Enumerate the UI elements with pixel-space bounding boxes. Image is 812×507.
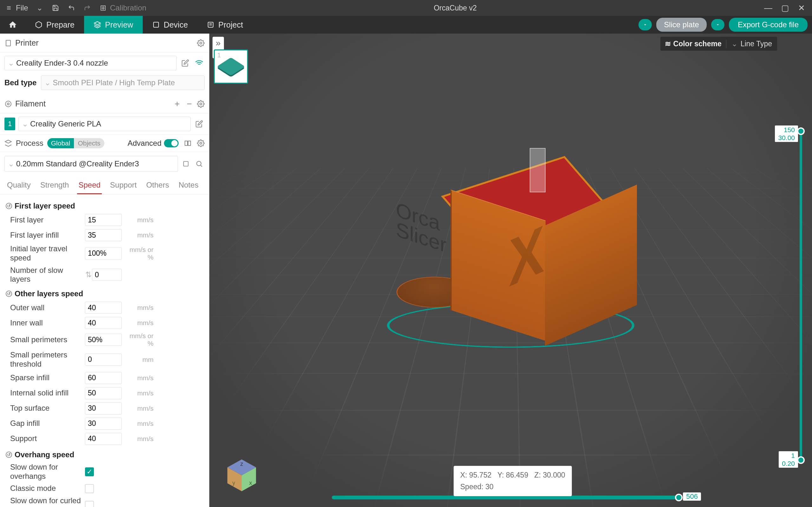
unit: mm/s or % — [124, 332, 162, 347]
file-menu[interactable]: ≡ File — [4, 3, 28, 12]
close-button[interactable]: ✕ — [798, 3, 805, 13]
filament-index-badge[interactable]: 1 — [4, 118, 15, 130]
param-internal-solid-label: Internal solid infill — [6, 389, 85, 398]
reset-icon[interactable]: ↺ — [6, 452, 12, 458]
chevron-down-icon[interactable]: ⌄ — [35, 3, 44, 12]
advanced-toggle[interactable] — [164, 139, 179, 147]
printer-select[interactable]: ⌄Creality Ender-3 0.4 nozzle — [4, 56, 177, 70]
edit-printer-button[interactable] — [180, 58, 191, 68]
axis-gizmo[interactable]: z y x — [219, 453, 264, 498]
param-support-input[interactable] — [85, 433, 122, 445]
filament-select[interactable]: ⌄Creality Generic PLA — [18, 117, 191, 131]
subtab-strength[interactable]: Strength — [39, 178, 70, 194]
param-internal-solid-input[interactable] — [85, 387, 122, 399]
printer-select-value: Creality Ender-3 0.4 nozzle — [16, 59, 108, 67]
settings-panel[interactable]: ↺First layer speed First layermm/s First… — [0, 194, 209, 507]
main-tabs: Prepare Preview Device Project Slice pla… — [0, 16, 812, 34]
color-scheme-selector[interactable]: ≋Color scheme ⌄Line Type — [660, 37, 777, 51]
filament-remove-button[interactable]: − — [185, 99, 194, 109]
slice-dropdown-button[interactable] — [639, 19, 652, 31]
param-small-perim-thresh-input[interactable] — [85, 354, 122, 366]
param-inner-wall-input[interactable] — [85, 317, 122, 329]
subtab-support[interactable]: Support — [109, 178, 138, 194]
plate-thumbnail[interactable]: 1 — [214, 49, 248, 83]
param-first-layer-input[interactable] — [85, 214, 122, 226]
unit: mm/s — [124, 374, 162, 382]
subtab-quality[interactable]: Quality — [6, 178, 32, 194]
save-icon[interactable] — [51, 3, 60, 12]
section-process-title: Process — [16, 139, 44, 148]
param-first-layer-infill-label: First layer infill — [6, 231, 85, 240]
subtab-others[interactable]: Others — [145, 178, 170, 194]
param-first-layer-label: First layer — [6, 216, 85, 225]
filament-add-button[interactable]: + — [172, 99, 182, 109]
section-filament-title: Filament — [15, 99, 169, 108]
param-gap-infill-input[interactable] — [85, 418, 122, 430]
group-overhang-speed: ↺Overhang speed — [6, 447, 207, 461]
param-initial-travel-label: Initial layer travel speed — [6, 244, 85, 263]
section-filament: Filament + − — [0, 95, 209, 113]
tab-project[interactable]: Project — [197, 16, 252, 34]
viewport[interactable]: OrcaSlicer X »« 1 ≋Color scheme ⌄Line Ty… — [209, 34, 812, 507]
minimize-button[interactable]: — — [764, 3, 772, 13]
filament-settings-button[interactable] — [197, 100, 205, 108]
unit: mm/s — [124, 435, 162, 443]
svg-point-18 — [197, 161, 201, 166]
maximize-button[interactable]: ▢ — [781, 3, 789, 13]
nozzle-indicator — [530, 148, 546, 192]
process-preset-select[interactable]: ⌄0.20mm Standard @Creality Ender3 — [4, 156, 178, 172]
param-gap-infill-label: Gap infill — [6, 419, 85, 428]
compare-button[interactable] — [183, 138, 193, 149]
subtab-notes[interactable]: Notes — [177, 178, 200, 194]
search-process-button[interactable] — [194, 158, 205, 169]
layers-icon — [94, 21, 101, 29]
process-subtabs: Quality Strength Speed Support Others No… — [0, 176, 209, 194]
svg-point-8 — [200, 42, 202, 44]
param-inner-wall-label: Inner wall — [6, 319, 85, 328]
stack-icon: ≋ — [665, 40, 671, 48]
export-dropdown-button[interactable] — [711, 19, 724, 31]
bed-type-select[interactable]: ⌄Smooth PEI Plate / High Temp Plate — [41, 75, 205, 90]
edit-process-button[interactable] — [181, 158, 191, 169]
advanced-label: Advanced — [128, 139, 161, 148]
param-sparse-infill-input[interactable] — [85, 372, 122, 384]
tab-prepare[interactable]: Prepare — [26, 16, 84, 34]
svg-line-19 — [201, 165, 202, 167]
filament-select-value: Creality Generic PLA — [30, 119, 101, 128]
tab-home[interactable] — [0, 16, 26, 34]
process-settings-button[interactable] — [197, 139, 205, 147]
calibration-icon: ⊞ — [99, 3, 107, 12]
process-scope-toggle[interactable]: Global Objects — [47, 138, 104, 148]
param-slow-layers-label: Number of slow layers — [6, 266, 85, 284]
param-small-perim-thresh-label: Small perimeters threshold — [6, 350, 85, 369]
subtab-speed[interactable]: Speed — [77, 178, 101, 194]
edit-filament-button[interactable] — [194, 118, 205, 129]
param-top-surface-input[interactable] — [85, 402, 122, 414]
undo-icon[interactable] — [67, 3, 76, 12]
param-first-layer-infill-input[interactable] — [85, 229, 122, 241]
param-initial-travel-input[interactable] — [85, 247, 122, 260]
param-classic-mode-checkbox[interactable] — [85, 484, 94, 493]
layer-slider-vertical[interactable] — [796, 129, 806, 463]
group-other-layers-speed: ↺Other layers speed — [6, 285, 207, 300]
param-sparse-infill-label: Sparse infill — [6, 373, 85, 383]
reset-icon[interactable]: ↺ — [6, 203, 12, 209]
reset-icon[interactable]: ↺ — [6, 291, 12, 297]
export-gcode-button[interactable]: Export G-code file — [729, 18, 808, 32]
param-outer-wall-input[interactable] — [85, 302, 122, 314]
color-scheme-label: Color scheme — [673, 40, 722, 48]
redo-icon[interactable] — [83, 3, 92, 12]
tab-preview[interactable]: Preview — [84, 16, 143, 34]
bed-type-label: Bed type — [4, 78, 37, 87]
tab-device[interactable]: Device — [143, 16, 197, 34]
project-icon — [207, 21, 214, 29]
calibration-menu[interactable]: ⊞ Calibration — [99, 3, 147, 12]
param-slow-down-overhangs-checkbox[interactable]: ✓ — [85, 467, 94, 476]
param-small-perimeters-input[interactable] — [85, 334, 122, 346]
param-curled-perimeters-checkbox[interactable] — [85, 501, 94, 507]
param-slow-layers-input[interactable] — [92, 269, 122, 281]
param-small-perimeters-label: Small perimeters — [6, 335, 85, 344]
file-menu-label: File — [16, 3, 28, 12]
printer-settings-button[interactable] — [197, 39, 205, 47]
wifi-icon[interactable] — [194, 58, 205, 68]
